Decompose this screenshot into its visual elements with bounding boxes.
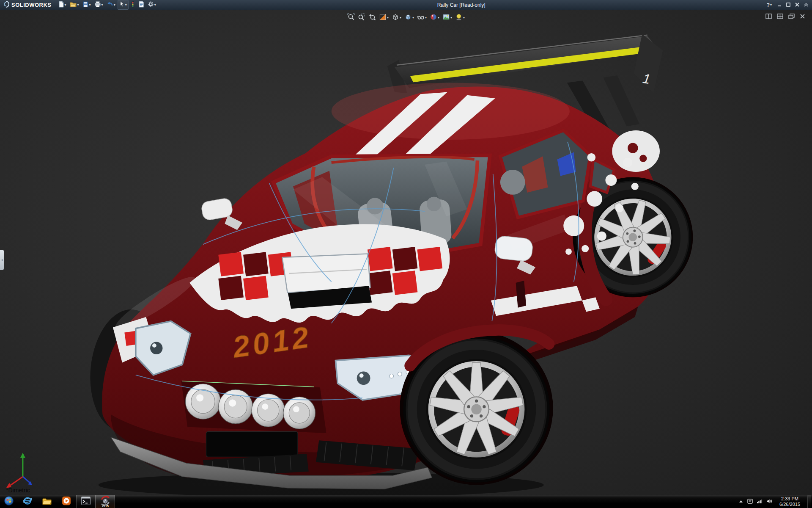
system-tray: 2:33 PM 6/26/2015 [738,495,812,508]
edit-appearance-ball-icon [430,13,437,22]
zoom-to-area-button[interactable] [357,13,366,23]
dropdown-caret[interactable]: ▾ [425,16,427,19]
edit-appearance-button[interactable]: ▾ [429,13,440,23]
display-style-button[interactable]: ▾ [403,13,415,23]
taskbar-file-explorer[interactable] [37,495,57,508]
zoom-to-fit-icon [347,13,355,22]
license-plate [206,431,298,457]
action-center-icon[interactable] [747,498,753,505]
taskbar: 2015 2:33 PM 6/26/2015 [0,495,812,508]
document-title: Rally Car [Read-only] [157,2,765,8]
split-pane-button[interactable] [765,13,772,21]
dropdown-caret[interactable]: ▾ [400,16,401,19]
view-orientation-button[interactable]: ▾ [391,13,402,23]
dropdown-caret[interactable]: ▾ [102,3,103,7]
previous-view-button[interactable] [368,13,377,23]
orientation-triad[interactable] [6,453,32,488]
hide-show-glasses-icon [417,13,425,22]
view-orientation-cube-icon [392,13,399,22]
dropdown-caret[interactable]: ▾ [114,3,115,7]
windows-start-orb-icon [4,496,14,508]
open-document-button[interactable]: ▾ [69,0,80,10]
print-button[interactable]: ▾ [93,0,104,10]
rebuild-traffic-icon [131,1,135,9]
dropdown-caret[interactable]: ▾ [65,3,66,7]
hidden-icons-chevron[interactable] [738,498,743,505]
dropdown-caret[interactable]: ▾ [412,16,414,19]
save-button[interactable]: ▾ [81,0,92,10]
dassault-3ds-logo-icon [3,1,9,9]
previous-view-icon [368,13,376,22]
dropdown-caret[interactable]: ▾ [438,16,439,19]
taskbar-internet-explorer[interactable] [18,495,37,508]
solidworks-version-badge: 2015 [96,505,115,508]
quick-access-toolbar: ▾ ▾ ▾ ▾ ▾ ▾ [57,0,157,10]
undo-button[interactable]: ▾ [105,0,117,10]
internet-explorer-icon [22,496,33,508]
expand-arrow-icon: ◂ [1,258,3,262]
solidworks-logo: SOLIDWORKS [0,1,57,9]
dropdown-caret[interactable]: ▾ [770,3,772,7]
options-button[interactable]: ▾ [146,0,157,10]
solidworks-window: SOLIDWORKS ▾ ▾ ▾ ▾ ▾ [0,0,812,508]
taskbar-clock[interactable]: 2:33 PM 6/26/2015 [776,496,804,507]
car-model[interactable]: 2012 [85,83,703,495]
tile-panes-button[interactable] [777,13,783,21]
new-document-icon [58,1,64,9]
dropdown-caret[interactable]: ▾ [125,3,127,7]
view-orientation-label: *Dimetric [6,487,30,494]
dropdown-caret[interactable]: ▾ [450,16,452,19]
select-button[interactable]: ▾ [118,0,129,10]
new-document-button[interactable]: ▾ [57,0,68,10]
collapse-toolbar-chevron-icon[interactable] [804,1,809,9]
help-icon: ? [767,2,770,8]
model-scene[interactable]: 1 [0,10,812,495]
options-gear-icon [148,1,154,9]
maximize-button[interactable] [786,1,791,9]
undo-arrow-icon [107,1,113,9]
dropdown-caret[interactable]: ▾ [463,16,465,19]
open-folder-icon [70,1,77,9]
start-button[interactable] [0,495,18,508]
titlebar: SOLIDWORKS ▾ ▾ ▾ ▾ ▾ [0,0,812,10]
display-style-cube-icon [404,13,412,22]
show-desktop-button[interactable] [807,495,811,508]
dropdown-caret[interactable]: ▾ [154,3,156,7]
save-floppy-icon [82,1,89,9]
hide-show-items-button[interactable]: ▾ [416,13,428,23]
command-prompt-icon [81,496,91,507]
section-view-button[interactable]: ▾ [378,13,390,23]
zoom-to-fit-button[interactable] [346,13,356,23]
window-controls: ? ▾ [765,1,812,9]
file-properties-button[interactable] [137,0,145,10]
close-window-button[interactable] [800,13,805,21]
taskbar-media-player[interactable] [57,495,76,508]
restore-window-button[interactable] [788,13,795,21]
help-button[interactable]: ? ▾ [765,2,773,8]
minimize-button[interactable] [777,1,782,9]
rebuild-button[interactable] [129,0,136,10]
view-settings-icon [455,13,463,22]
view-settings-button[interactable]: ▾ [454,13,466,23]
apply-scene-icon [442,13,450,22]
graphics-viewport[interactable]: 1 [0,10,812,495]
clock-time: 2:33 PM [779,496,800,502]
printer-icon [94,1,101,9]
taskbar-solidworks-2015[interactable]: 2015 [96,495,115,508]
media-player-icon [61,496,71,508]
hood-scoop [282,254,372,309]
feature-manager-collapsed-tab[interactable]: ◂ [0,250,4,270]
zoom-to-area-icon [358,13,365,22]
close-button[interactable] [795,1,800,9]
volume-icon[interactable] [766,498,772,505]
dropdown-caret[interactable]: ▾ [89,3,91,7]
network-icon[interactable] [757,498,763,505]
taskbar-command-prompt[interactable] [76,495,96,508]
headsup-view-toolbar: ▾ ▾ ▾ ▾ ▾ ▾ ▾ [346,13,466,23]
file-properties-icon [138,1,144,9]
dropdown-caret[interactable]: ▾ [387,16,389,19]
apply-scene-button[interactable]: ▾ [442,13,453,23]
section-view-icon [379,13,387,22]
clock-date: 6/26/2015 [779,502,800,507]
dropdown-caret[interactable]: ▾ [77,3,79,7]
